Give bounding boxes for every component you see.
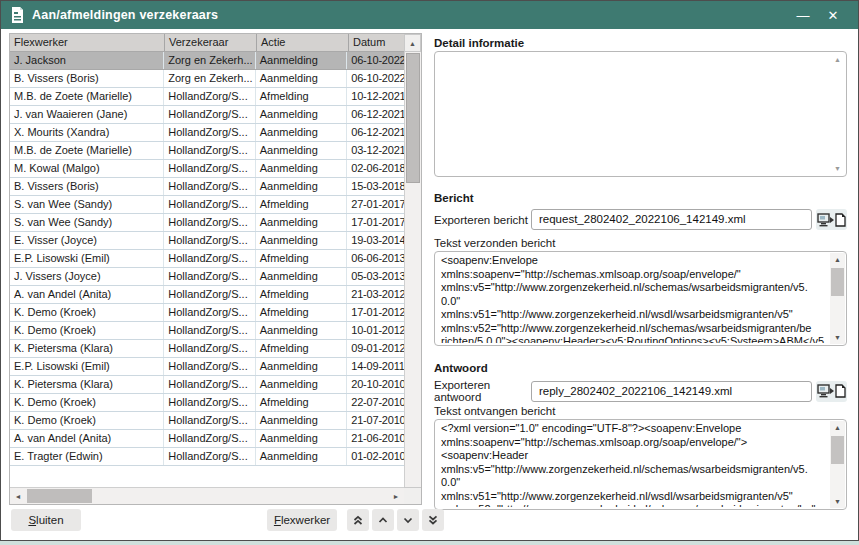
chevron-down-icon <box>402 514 414 526</box>
scroll-right-arrow-icon[interactable]: ► <box>388 488 404 504</box>
table-row[interactable]: J. Jackson Zorg en Zekerh... Aanmelding … <box>10 52 404 70</box>
cell-flexwerker: K. Demo (Kroek) <box>10 412 164 429</box>
table-row[interactable]: S. van Wee (Sandy) HollandZorg/S... Aanm… <box>10 214 404 232</box>
table-row[interactable]: B. Vissers (Boris) Zorg en Zekerh... Aan… <box>10 70 404 88</box>
table-row[interactable]: X. Mourits (Xandra) HollandZorg/S... Aan… <box>10 124 404 142</box>
cell-datum: 10-01-2012 <box>347 322 404 339</box>
verzonden-scroll-down-icon[interactable]: ▼ <box>830 331 845 344</box>
cell-datum: 05-03-2013 <box>347 268 404 285</box>
cell-flexwerker: J. Vissers (Joyce) <box>10 268 164 285</box>
verzonden-scrollbar-thumb[interactable] <box>831 268 844 296</box>
export-to-computer-icon[interactable] <box>817 384 834 398</box>
vertical-scrollbar-thumb[interactable] <box>406 53 420 183</box>
cell-actie: Aanmelding <box>256 268 348 285</box>
cell-actie: Aanmelding <box>256 358 348 375</box>
export-to-file-icon[interactable] <box>835 213 846 227</box>
cell-flexwerker: X. Mourits (Xandra) <box>10 124 164 141</box>
ontvangen-scrollbar-thumb[interactable] <box>831 436 844 464</box>
table-row[interactable]: E. Tragter (Edwin) HollandZorg/S... Aanm… <box>10 448 404 466</box>
next-record-button[interactable] <box>397 509 419 531</box>
cell-verzekeraar: HollandZorg/S... <box>164 196 256 213</box>
detail-scroll-down-icon[interactable]: ▼ <box>830 162 845 175</box>
cell-datum: 15-03-2018 <box>347 178 404 195</box>
cell-actie: Aanmelding <box>256 178 348 195</box>
previous-record-button[interactable] <box>372 509 394 531</box>
cell-flexwerker: M.B. de Zoete (Marielle) <box>10 88 164 105</box>
export-bericht-buttons <box>816 209 847 230</box>
cell-datum: 09-01-2012 <box>347 340 404 357</box>
cell-flexwerker: J. van Waaieren (Jane) <box>10 106 164 123</box>
scroll-left-arrow-icon[interactable]: ◄ <box>10 488 26 504</box>
cell-actie: Aanmelding <box>256 124 348 141</box>
detail-scroll-up-icon[interactable]: ▲ <box>830 53 845 66</box>
table-row[interactable]: A. van Andel (Anita) HollandZorg/S... Af… <box>10 286 404 304</box>
column-header-verzekeraar[interactable]: Verzekeraar <box>165 34 257 51</box>
registrations-table: Flexwerker Verzekeraar Actie Datum ▲ J. … <box>9 33 422 505</box>
table-row[interactable]: K. Pietersma (Klara) HollandZorg/S... Aa… <box>10 376 404 394</box>
ontvangen-bericht-textarea[interactable]: <?xml version="1.0" encoding="UTF-8"?><s… <box>434 419 847 510</box>
scroll-up-arrow-icon[interactable]: ▲ <box>404 34 421 52</box>
column-header-actie[interactable]: Actie <box>257 34 349 51</box>
minimize-button[interactable]: — <box>788 3 818 27</box>
table-horizontal-scrollbar[interactable]: ◄ ► <box>10 487 404 504</box>
cell-actie: Afmelding <box>256 250 348 267</box>
table-row[interactable]: K. Demo (Kroek) HollandZorg/S... Aanmeld… <box>10 412 404 430</box>
cell-verzekeraar: HollandZorg/S... <box>164 304 256 321</box>
flexwerker-button[interactable]: Flexwerker <box>267 509 337 531</box>
exporteren-bericht-label: Exporteren bericht <box>434 214 531 226</box>
table-row[interactable]: K. Demo (Kroek) HollandZorg/S... Afmeldi… <box>10 304 404 322</box>
cell-verzekeraar: HollandZorg/S... <box>164 340 256 357</box>
cell-actie: Afmelding <box>256 394 348 411</box>
table-row[interactable]: M. Kowal (Malgo) HollandZorg/S... Aanmel… <box>10 160 404 178</box>
ontvangen-scroll-down-icon[interactable]: ▼ <box>830 495 845 508</box>
cell-verzekeraar: HollandZorg/S... <box>164 160 256 177</box>
cell-actie: Afmelding <box>256 88 348 105</box>
cell-actie: Afmelding <box>256 286 348 303</box>
sluiten-button[interactable]: Sluiten <box>11 509 81 531</box>
cell-verzekeraar: HollandZorg/S... <box>164 448 256 465</box>
cell-actie: Aanmelding <box>256 142 348 159</box>
table-row[interactable]: K. Demo (Kroek) HollandZorg/S... Afmeldi… <box>10 394 404 412</box>
cell-actie: Aanmelding <box>256 70 348 87</box>
exporteren-antwoord-input[interactable]: reply_2802402_2022106_142149.xml <box>531 381 812 402</box>
table-row[interactable]: E.P. Lisowski (Emil) HollandZorg/S... Aa… <box>10 358 404 376</box>
ontvangen-scroll-up-icon[interactable]: ▲ <box>830 421 845 434</box>
table-row[interactable]: E. Visser (Joyce) HollandZorg/S... Aanme… <box>10 232 404 250</box>
table-body: J. Jackson Zorg en Zekerh... Aanmelding … <box>10 52 404 487</box>
cell-flexwerker: M.B. de Zoete (Marielle) <box>10 142 164 159</box>
horizontal-scrollbar-thumb[interactable] <box>27 489 92 503</box>
cell-actie: Aanmelding <box>256 160 348 177</box>
verzonden-scroll-up-icon[interactable]: ▲ <box>830 253 845 266</box>
export-to-file-icon[interactable] <box>835 384 846 398</box>
table-row[interactable]: K. Demo (Kroek) HollandZorg/S... Aanmeld… <box>10 322 404 340</box>
table-vertical-scrollbar[interactable] <box>404 52 421 487</box>
close-button[interactable]: ✕ <box>818 3 848 27</box>
table-row[interactable]: E.P. Lisowski (Emil) HollandZorg/S... Af… <box>10 250 404 268</box>
cell-actie: Afmelding <box>256 196 348 213</box>
table-row[interactable]: J. Vissers (Joyce) HollandZorg/S... Aanm… <box>10 268 404 286</box>
tekst-ontvangen-bericht-label: Tekst ontvangen bericht <box>434 405 555 417</box>
cell-flexwerker: E. Tragter (Edwin) <box>10 448 164 465</box>
table-row[interactable]: S. van Wee (Sandy) HollandZorg/S... Afme… <box>10 196 404 214</box>
table-row[interactable]: A. van Andel (Anita) HollandZorg/S... Aa… <box>10 430 404 448</box>
export-antwoord-buttons <box>816 381 847 402</box>
column-header-flexwerker[interactable]: Flexwerker <box>10 34 165 51</box>
export-to-computer-icon[interactable] <box>817 213 834 227</box>
detail-informatie-textarea[interactable]: ▲ ▼ <box>434 51 847 177</box>
column-header-datum[interactable]: Datum <box>349 34 404 51</box>
first-record-button[interactable] <box>347 509 369 531</box>
cell-flexwerker: S. van Wee (Sandy) <box>10 196 164 213</box>
sluiten-button-label: Sluiten <box>28 514 63 526</box>
table-row[interactable]: M.B. de Zoete (Marielle) HollandZorg/S..… <box>10 88 404 106</box>
last-record-button[interactable] <box>422 509 444 531</box>
cell-actie: Aanmelding <box>256 106 348 123</box>
table-row[interactable]: K. Pietersma (Klara) HollandZorg/S... Af… <box>10 340 404 358</box>
table-row[interactable]: J. van Waaieren (Jane) HollandZorg/S... … <box>10 106 404 124</box>
table-row[interactable]: M.B. de Zoete (Marielle) HollandZorg/S..… <box>10 142 404 160</box>
table-row[interactable]: B. Vissers (Boris) HollandZorg/S... Aanm… <box>10 178 404 196</box>
cell-datum: 02-06-2018 <box>347 160 404 177</box>
verzonden-bericht-textarea[interactable]: <soapenv:Envelope xmlns:soapenv="http://… <box>434 251 847 346</box>
cell-verzekeraar: HollandZorg/S... <box>164 250 256 267</box>
exporteren-bericht-input[interactable]: request_2802402_2022106_142149.xml <box>531 209 812 230</box>
cell-actie: Aanmelding <box>256 448 348 465</box>
